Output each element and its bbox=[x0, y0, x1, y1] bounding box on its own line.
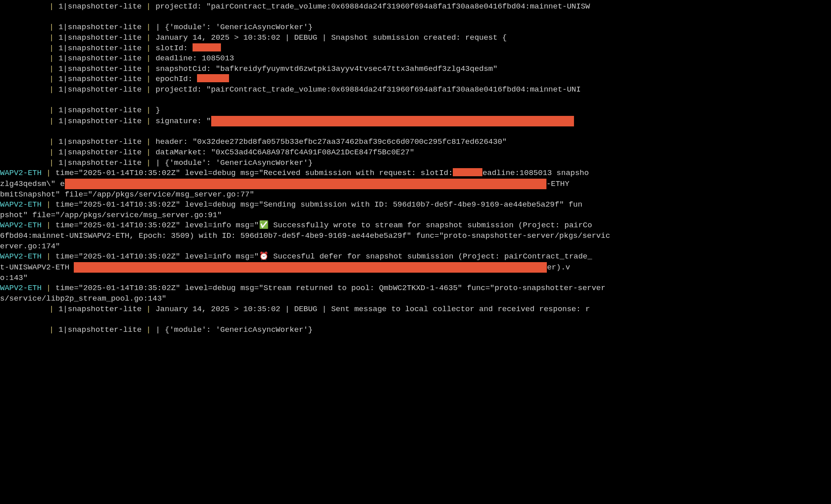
pipe-separator: | bbox=[42, 284, 56, 293]
log-text: time="2025-01-14T10:35:02Z" level=debug … bbox=[56, 284, 606, 293]
log-text: slotId: bbox=[156, 44, 193, 53]
log-text: projectId: "pairContract_trade_volume:0x… bbox=[156, 85, 581, 94]
log-line: erver.go:174" bbox=[0, 241, 831, 252]
process-name: 1|snapshotter-lite bbox=[58, 64, 146, 73]
log-line: | 1|snapshotter-lite | signature: " bbox=[0, 116, 831, 127]
process-name: 1|snapshotter-lite bbox=[58, 106, 146, 115]
pipe-separator: | bbox=[146, 44, 156, 53]
log-tag: WAPV2-ETH bbox=[0, 200, 42, 209]
process-name: 1|snapshotter-lite bbox=[58, 44, 146, 53]
log-line: o:143" bbox=[0, 273, 831, 284]
pipe-separator: | bbox=[146, 23, 156, 32]
pipe-separator: | bbox=[45, 2, 58, 11]
pipe-separator: | bbox=[146, 33, 156, 42]
log-line bbox=[0, 95, 831, 106]
log-line: t-UNISWAPV2-ETH er).v bbox=[0, 262, 831, 273]
log-text: deadline: 1085013 bbox=[156, 54, 234, 63]
log-line bbox=[0, 314, 831, 325]
pipe-separator: | bbox=[45, 148, 58, 157]
process-name: 1|snapshotter-lite bbox=[58, 54, 146, 63]
log-line: | 1|snapshotter-lite | dataMarket: "0xC5… bbox=[0, 147, 831, 158]
log-text: signature: " bbox=[156, 117, 211, 126]
process-name: 1|snapshotter-lite bbox=[58, 85, 146, 94]
log-line: zlg43qedsm\" e-ETHY bbox=[0, 179, 831, 190]
log-line: | 1|snapshotter-lite | | {'module': 'Gen… bbox=[0, 325, 831, 335]
log-text: eadline:1085013 snapsho bbox=[482, 169, 589, 177]
pipe-separator: | bbox=[146, 148, 156, 157]
log-text: projectId: "pairContract_trade_volume:0x… bbox=[156, 2, 590, 11]
log-line: WAPV2-ETH | time="2025-01-14T10:35:02Z" … bbox=[0, 283, 831, 294]
process-name: 1|snapshotter-lite bbox=[58, 23, 146, 32]
pipe-separator: | bbox=[45, 23, 58, 32]
log-line: | 1|snapshotter-lite | snapshotCid: "baf… bbox=[0, 64, 831, 75]
log-text: time="2025-01-14T10:35:02Z" level=debug … bbox=[56, 200, 583, 209]
log-line bbox=[0, 127, 831, 137]
log-line: | 1|snapshotter-lite | deadline: 1085013 bbox=[0, 53, 831, 64]
log-line: | 1|snapshotter-lite | header: "0x32dee2… bbox=[0, 137, 831, 147]
log-tag: WAPV2-ETH bbox=[0, 169, 42, 177]
log-line: WAPV2-ETH | time="2025-01-14T10:35:02Z" … bbox=[0, 200, 831, 210]
log-line: WAPV2-ETH | time="2025-01-14T10:35:02Z" … bbox=[0, 252, 831, 262]
terminal-log-output: | 1|snapshotter-lite | projectId: "pairC… bbox=[0, 0, 831, 335]
log-text: -ETHY bbox=[546, 179, 570, 188]
pipe-separator: | bbox=[45, 33, 58, 42]
log-line: | 1|snapshotter-lite | slotId: bbox=[0, 43, 831, 54]
log-text: epochId: bbox=[156, 75, 197, 83]
pipe-separator: | bbox=[45, 158, 58, 167]
log-text: 6fbd04:mainnet-UNISWAPV2-ETH, Epoch: 350… bbox=[0, 231, 610, 240]
log-text: pshot" file="/app/pkgs/service/msg_serve… bbox=[0, 211, 222, 220]
log-line: | 1|snapshotter-lite | } bbox=[0, 105, 831, 116]
log-line: WAPV2-ETH | time="2025-01-14T10:35:02Z" … bbox=[0, 220, 831, 231]
pipe-separator: | bbox=[146, 2, 156, 11]
log-text: | {'module': 'GenericAsyncWorker'} bbox=[156, 23, 313, 32]
pipe-separator: | bbox=[45, 64, 58, 73]
process-name: 1|snapshotter-lite bbox=[58, 158, 146, 167]
log-line: bmitSnapshot" file="/app/pkgs/service/ms… bbox=[0, 190, 831, 200]
log-line: s/service/libp2p_stream_pool.go:143" bbox=[0, 294, 831, 304]
log-text: erver.go:174" bbox=[0, 242, 60, 251]
log-line: pshot" file="/app/pkgs/service/msg_serve… bbox=[0, 210, 831, 221]
pipe-separator: | bbox=[42, 169, 56, 177]
log-tag: WAPV2-ETH bbox=[0, 221, 42, 230]
log-line: | 1|snapshotter-lite | projectId: "pairC… bbox=[0, 85, 831, 95]
pipe-separator: | bbox=[146, 64, 156, 73]
log-text: s/service/libp2p_stream_pool.go:143" bbox=[0, 294, 166, 303]
log-line: 6fbd04:mainnet-UNISWAPV2-ETH, Epoch: 350… bbox=[0, 231, 831, 241]
log-text: time="2025-01-14T10:35:02Z" level=info m… bbox=[56, 252, 592, 261]
redaction-block bbox=[453, 168, 482, 176]
log-text: header: "0x32dee272bd8fa0575b33efbc27aa3… bbox=[156, 137, 507, 146]
pipe-separator: | bbox=[42, 221, 56, 230]
log-text: snapshotCid: "bafkreidyfyuymvtd6zwtpki3a… bbox=[156, 64, 498, 73]
log-line: | 1|snapshotter-lite | January 14, 2025 … bbox=[0, 33, 831, 43]
log-text: o:143" bbox=[0, 273, 28, 282]
log-text: time="2025-01-14T10:35:02Z" level=info m… bbox=[56, 221, 592, 230]
process-name: 1|snapshotter-lite bbox=[58, 2, 146, 11]
log-text: | {'module': 'GenericAsyncWorker'} bbox=[156, 158, 313, 167]
log-text: | {'module': 'GenericAsyncWorker'} bbox=[156, 325, 313, 334]
log-line: | 1|snapshotter-lite | January 14, 2025 … bbox=[0, 304, 831, 315]
log-line: | 1|snapshotter-lite | | {'module': 'Gen… bbox=[0, 22, 831, 33]
log-text: January 14, 2025 > 10:35:02 | DEBUG | Se… bbox=[156, 305, 590, 314]
process-name: 1|snapshotter-lite bbox=[58, 305, 146, 314]
pipe-separator: | bbox=[45, 106, 58, 115]
pipe-separator: | bbox=[45, 117, 58, 126]
pipe-separator: | bbox=[146, 54, 156, 63]
process-name: 1|snapshotter-lite bbox=[58, 75, 146, 83]
process-name: 1|snapshotter-lite bbox=[58, 148, 146, 157]
log-text: time="2025-01-14T10:35:02Z" level=debug … bbox=[56, 169, 453, 177]
pipe-separator: | bbox=[45, 44, 58, 53]
log-text: er).v bbox=[547, 263, 570, 272]
pipe-separator: | bbox=[146, 137, 156, 146]
log-line bbox=[0, 12, 831, 23]
log-text: January 14, 2025 > 10:35:02 | DEBUG | Sn… bbox=[156, 33, 507, 42]
log-tag: WAPV2-ETH bbox=[0, 284, 42, 293]
pipe-separator: | bbox=[146, 325, 156, 334]
redaction-block bbox=[211, 116, 574, 126]
pipe-separator: | bbox=[45, 85, 58, 94]
log-tag: WAPV2-ETH bbox=[0, 252, 42, 261]
pipe-separator: | bbox=[146, 85, 156, 94]
redaction-block bbox=[74, 262, 547, 273]
pipe-separator: | bbox=[146, 117, 156, 126]
redaction-block bbox=[65, 179, 546, 189]
log-text: zlg43qedsm\" e bbox=[0, 179, 65, 188]
